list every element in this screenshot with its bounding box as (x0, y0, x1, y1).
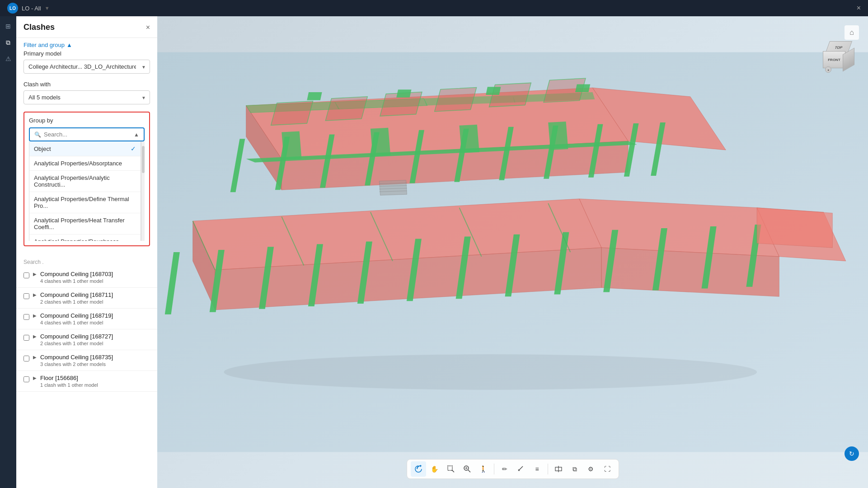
dropdown-scroll[interactable]: Object ✓ Analytical Properties/Absorptan… (29, 141, 141, 241)
svg-marker-38 (460, 125, 479, 153)
dropdown-wrapper: Object ✓ Analytical Properties/Absorptan… (29, 141, 145, 241)
app-title: LO - All (22, 5, 41, 12)
clash-info: Floor [156686] 1 clash with 1 other mode… (40, 375, 150, 388)
clash-sub: 4 clashes with 1 other model (40, 278, 150, 284)
clash-sub: 3 clashes with 2 other models (40, 361, 150, 367)
clash-checkbox[interactable] (23, 272, 29, 278)
warning-icon[interactable]: ⚠ (2, 52, 14, 65)
svg-marker-60 (380, 180, 407, 195)
side-panel: Clashes × Filter and group ▲ Primary mod… (16, 16, 157, 488)
dropdown-item-absorptance[interactable]: Analytical Properties/Absorptance (29, 156, 141, 171)
filter-group-label: Filter and group (23, 42, 65, 48)
svg-rect-58 (486, 87, 501, 95)
clash-info: Compound Ceiling [168727] 2 clashes with… (40, 333, 150, 346)
clash-checkbox[interactable] (23, 293, 29, 299)
group-by-search-input[interactable] (44, 131, 132, 138)
dropdown-item-label: Analytical Properties/Heat Transfer Coef… (34, 217, 136, 230)
filter-group-button[interactable]: Filter and group ▲ (16, 38, 157, 50)
zoom-object-button[interactable] (460, 461, 475, 477)
panel-header: Clashes × (16, 16, 157, 38)
clash-expand-icon[interactable]: ▶ (33, 272, 37, 277)
clash-with-label: Clash with (23, 81, 150, 88)
clash-with-select[interactable]: All 5 models (24, 91, 150, 104)
nav-cube[interactable]: TOP FRONT ● (823, 41, 859, 77)
title-dropdown-arrow[interactable]: ▼ (45, 5, 50, 11)
svg-rect-50 (325, 97, 367, 121)
markup-button[interactable]: ✏ (497, 461, 512, 477)
dropdown-item-label: Analytical Properties/Roughness (34, 238, 119, 241)
dropdown-scrollbar[interactable] (141, 141, 145, 241)
clash-sub: 2 clashes with 1 other model (40, 299, 150, 305)
primary-model-group: Primary model College Architectur... 3D_… (23, 50, 150, 74)
svg-rect-53 (489, 83, 531, 107)
model-tree-button[interactable]: ⧉ (567, 461, 582, 477)
svg-rect-52 (435, 87, 477, 111)
main-layout: ⊞ ⧉ ⚠ Clashes × Filter and group ▲ Prima… (0, 16, 868, 488)
dropdown-item-analytic-constructi[interactable]: Analytical Properties/Analytic Construct… (29, 171, 141, 192)
app-close-button[interactable]: × (857, 4, 861, 12)
dropdown-item-roughness[interactable]: Analytical Properties/Roughness (29, 235, 141, 241)
clash-name: Floor [156686] (40, 375, 150, 381)
svg-line-69 (468, 470, 470, 472)
dropdown-item-object[interactable]: Object ✓ (29, 141, 141, 156)
clash-expand-icon[interactable]: ▶ (33, 292, 37, 297)
dropdown-item-heat-transfer[interactable]: Analytical Properties/Heat Transfer Coef… (29, 213, 141, 235)
svg-line-67 (452, 470, 454, 472)
primary-model-label: Primary model (23, 50, 150, 57)
nav-cube-sphere[interactable]: ● (825, 66, 831, 73)
markup-tools-group: ✏ ≡ (497, 461, 545, 477)
icon-bar: ⊞ ⧉ ⚠ (0, 16, 16, 488)
settings-button[interactable]: ⚙ (583, 461, 599, 477)
clash-name: Compound Ceiling [168735] (40, 354, 150, 361)
dropdown-item-label: Object (34, 145, 51, 152)
list-item: ▶ Compound Ceiling [168719] 4 clashes wi… (16, 309, 157, 329)
clash-checkbox[interactable] (23, 335, 29, 341)
section-button[interactable] (551, 461, 566, 477)
top-bar: LO LO - All ▼ × (0, 0, 868, 16)
app-logo: LO (7, 3, 18, 14)
clash-expand-icon[interactable]: ▶ (33, 375, 37, 380)
filter-group-up-arrow: ▲ (66, 42, 72, 48)
sync-button[interactable]: ↻ (845, 446, 859, 461)
primary-model-select-wrapper: College Architectur... 3D_LO_Architectur… (23, 60, 150, 74)
svg-marker-65 (757, 208, 832, 248)
home-button[interactable]: ⌂ (845, 25, 859, 40)
person-view-button[interactable]: 🚶 (476, 461, 491, 477)
toolbar-divider-1 (494, 464, 494, 474)
zoom-region-button[interactable] (443, 461, 459, 477)
clash-checkbox[interactable] (23, 376, 29, 382)
fullscreen-button[interactable]: ⛶ (600, 461, 615, 477)
orbit-button[interactable] (411, 461, 426, 477)
primary-model-select[interactable]: College Architectur... 3D_LO_Architectur… (24, 60, 150, 73)
layers-icon[interactable]: ⧉ (2, 36, 14, 49)
measure-button[interactable] (513, 461, 529, 477)
list-item: ▶ Floor [156686] 1 clash with 1 other mo… (16, 371, 157, 392)
clash-with-group: Clash with All 5 models ▼ (23, 81, 150, 104)
svg-rect-49 (271, 101, 313, 125)
clash-expand-icon[interactable]: ▶ (33, 334, 37, 339)
nav-cube-front: FRONT (823, 51, 845, 68)
clash-checkbox[interactable] (23, 314, 29, 320)
svg-rect-66 (448, 466, 452, 470)
panels-icon[interactable]: ⊞ (2, 20, 14, 33)
viewport[interactable]: ⌂ TOP FRONT ● ↻ ✋ (157, 16, 868, 488)
clash-expand-icon[interactable]: ▶ (33, 355, 37, 360)
dropdown-collapse-arrow[interactable]: ▲ (134, 131, 139, 138)
dropdown-item-label: Analytical Properties/Absorptance (34, 160, 122, 167)
building-visualization (157, 16, 868, 488)
clash-sub: 4 clashes with 1 other model (40, 320, 150, 325)
clash-info: Compound Ceiling [168711] 2 clashes with… (40, 291, 150, 305)
dropdown-item-define-thermal[interactable]: Analytical Properties/Define Thermal Pro… (29, 192, 141, 213)
clash-checkbox[interactable] (23, 356, 29, 361)
clash-sub: 2 clashes with 1 other model (40, 341, 150, 346)
search-hint: Search . (16, 257, 157, 267)
list-item: ▶ Compound Ceiling [168711] 2 clashes wi… (16, 288, 157, 309)
dropdown-list: Object ✓ Analytical Properties/Absorptan… (29, 141, 141, 241)
dropdown-scrollbar-thumb (142, 146, 145, 173)
clash-name: Compound Ceiling [168703] (40, 271, 150, 277)
pan-button[interactable]: ✋ (427, 461, 442, 477)
panel-close-button[interactable]: × (146, 23, 150, 32)
clash-expand-icon[interactable]: ▶ (33, 313, 37, 318)
layers-tool-button[interactable]: ≡ (530, 461, 545, 477)
clash-sub: 1 clash with 1 other model (40, 382, 150, 388)
